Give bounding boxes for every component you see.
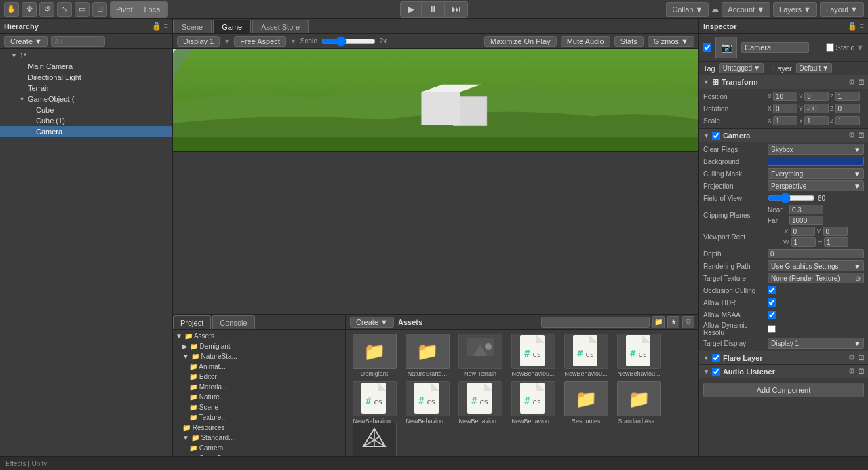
scale-slider[interactable] (321, 37, 376, 45)
hierarchy-item-gameobject[interactable]: ▼ GameObject ( (0, 94, 172, 104)
culling-mask-dropdown[interactable]: Everything ▼ (768, 168, 864, 179)
maximize-btn[interactable]: Maximize On Play (484, 36, 557, 47)
game-tab[interactable]: Game (213, 20, 251, 33)
inspector-menu-icon[interactable]: ≡ (860, 22, 864, 31)
asset-item-cs-6[interactable]: # cs NewBehaviou... (509, 381, 557, 423)
move-tool-btn[interactable]: ✥ (22, 2, 37, 17)
assets-search-input[interactable] (541, 317, 650, 328)
asset-item-resources[interactable]: 📁 Resources (561, 381, 610, 423)
console-tab[interactable]: Console (212, 315, 254, 329)
rendering-path-dropdown[interactable]: Use Graphics Settings ▼ (768, 260, 864, 271)
asset-item-cs-4[interactable]: # cs NewBehaviou... (403, 381, 452, 423)
camera-enabled-checkbox[interactable] (712, 132, 720, 140)
pivot-btn[interactable]: Pivot (111, 2, 138, 17)
depth-input[interactable] (768, 249, 864, 258)
asset-item-cs-2[interactable]: # cs NewBehaviou... (614, 334, 663, 377)
folder-standard[interactable]: ▼ 📁 Standard... (173, 433, 345, 443)
rect-tool-btn[interactable]: ▭ (75, 2, 90, 17)
asset-item-cs-0[interactable]: # cs NewBehaviou... (509, 334, 557, 377)
hierarchy-item-terrain[interactable]: Terrain (0, 83, 172, 94)
pause-btn[interactable]: ⏸ (422, 2, 445, 17)
transform-settings-icon[interactable]: ⚙ (848, 78, 855, 87)
project-tab[interactable]: Project (173, 315, 211, 329)
folder-animat[interactable]: 📁 Animat... (173, 361, 345, 372)
pos-x-input[interactable] (773, 92, 797, 101)
mute-btn[interactable]: Mute Audio (561, 36, 610, 47)
target-display-dropdown[interactable]: Display 1 ▼ (768, 338, 864, 349)
object-active-checkbox[interactable] (703, 43, 711, 52)
asset-item-cs-3[interactable]: # cs NewBehaviou... (350, 381, 399, 423)
flare-expand-icon[interactable]: ⊡ (858, 353, 864, 362)
allow-msaa-checkbox[interactable] (768, 311, 776, 319)
rot-z-input[interactable] (835, 104, 860, 113)
hierarchy-item-directional-light[interactable]: Directional Light (0, 72, 172, 83)
flare-layer-checkbox[interactable] (712, 354, 720, 362)
asset-item-naturesta[interactable]: 📁 NatureStarte... (403, 334, 452, 377)
hierarchy-create-btn[interactable]: Create ▼ (4, 36, 48, 47)
hierarchy-item-cube[interactable]: Cube (0, 104, 172, 115)
transform-expand-icon[interactable]: ⊡ (858, 78, 864, 87)
account-btn[interactable]: Account ▼ (722, 2, 770, 17)
audio-listener-header[interactable]: ▼ Audio Listener ⚙ ⊡ (699, 365, 868, 378)
stats-btn[interactable]: Stats (614, 36, 644, 47)
projection-dropdown[interactable]: Perspective ▼ (768, 180, 864, 191)
pos-y-input[interactable] (804, 92, 829, 101)
hierarchy-scene-root[interactable]: ▼ 1* (0, 50, 172, 61)
hierarchy-menu-icon[interactable]: ≡ (164, 22, 168, 31)
inspector-lock-icon[interactable]: 🔒 (848, 22, 857, 31)
near-input[interactable] (789, 205, 823, 214)
rot-x-input[interactable] (773, 104, 797, 113)
clear-flags-dropdown[interactable]: Skybox ▼ (768, 144, 864, 155)
hierarchy-search-input[interactable] (51, 36, 105, 47)
pos-z-input[interactable] (835, 92, 860, 101)
fov-slider[interactable] (768, 195, 815, 201)
hierarchy-item-cube1[interactable]: Cube (1) (0, 115, 172, 126)
flare-settings-icon[interactable]: ⚙ (848, 353, 855, 362)
layout-btn[interactable]: Layout ▼ (820, 2, 864, 17)
camera-settings-icon[interactable]: ⚙ (848, 131, 855, 140)
audio-expand-icon[interactable]: ⊡ (858, 367, 864, 376)
asset-item-cs-5[interactable]: # cs NewBehaviou... (456, 381, 505, 423)
folder-naturesta[interactable]: ▼ 📁 NatureSta... (173, 351, 345, 361)
camera-expand-icon[interactable]: ⊡ (858, 131, 864, 140)
static-checkbox[interactable] (826, 43, 834, 52)
layer-dropdown[interactable]: Default ▼ (796, 63, 833, 73)
local-btn[interactable]: Local (138, 2, 167, 17)
asset-item-cs-1[interactable]: # cs NewBehaviou... (561, 334, 610, 377)
assets-create-btn[interactable]: Create ▼ (350, 317, 394, 328)
viewport[interactable] (173, 49, 698, 151)
aspect-btn[interactable]: Free Aspect (234, 36, 286, 47)
transform-tool-btn[interactable]: ⊞ (92, 2, 107, 17)
asset-item-demigiant[interactable]: 📁 Demigiant (350, 334, 399, 377)
camera-header[interactable]: ▼ Camera ⚙ ⊡ (699, 129, 868, 142)
vp-y-input[interactable] (823, 227, 848, 236)
hand-tool-btn[interactable]: ✋ (4, 2, 19, 17)
assets-folder-icon-btn[interactable]: 📁 (652, 316, 665, 328)
folder-resources[interactable]: 📁 Resources (173, 423, 345, 433)
step-btn[interactable]: ⏭ (445, 2, 467, 17)
object-name-input[interactable] (741, 42, 809, 53)
scale-x-input[interactable] (773, 116, 797, 125)
scene-tab[interactable]: Scene (173, 20, 212, 33)
asset-item-terrain[interactable]: New Terrain (456, 334, 505, 377)
occlusion-culling-checkbox[interactable] (768, 286, 776, 294)
folder-assets[interactable]: ▼ 📁 Assets (173, 331, 345, 341)
scale-y-input[interactable] (804, 116, 829, 125)
flare-layer-header[interactable]: ▼ Flare Layer ⚙ ⊡ (699, 351, 868, 364)
assets-filter-btn[interactable]: ▽ (682, 316, 694, 328)
far-input[interactable] (789, 216, 823, 225)
target-texture-dropdown[interactable]: None (Render Texture) ⊙ (768, 273, 864, 283)
folder-nature[interactable]: 📁 Nature... (173, 392, 345, 402)
play-btn[interactable]: ▶ (401, 2, 422, 17)
display-btn[interactable]: Display 1 (177, 36, 220, 47)
asset-store-tab[interactable]: Asset Store (252, 20, 309, 33)
allow-hdr-checkbox[interactable] (768, 298, 776, 307)
audio-settings-icon[interactable]: ⚙ (848, 367, 855, 376)
folder-demigiant[interactable]: ▶ 📁 Demigiant (173, 341, 345, 351)
folder-editor[interactable]: 📁 Editor (173, 372, 345, 382)
asset-item-standard[interactable]: 📁 Standard Ass... (614, 381, 663, 423)
audio-listener-checkbox[interactable] (712, 368, 720, 376)
vp-w-input[interactable] (791, 237, 816, 247)
layers-btn[interactable]: Layers ▼ (773, 2, 817, 17)
folder-scene[interactable]: 📁 Scene (173, 402, 345, 412)
